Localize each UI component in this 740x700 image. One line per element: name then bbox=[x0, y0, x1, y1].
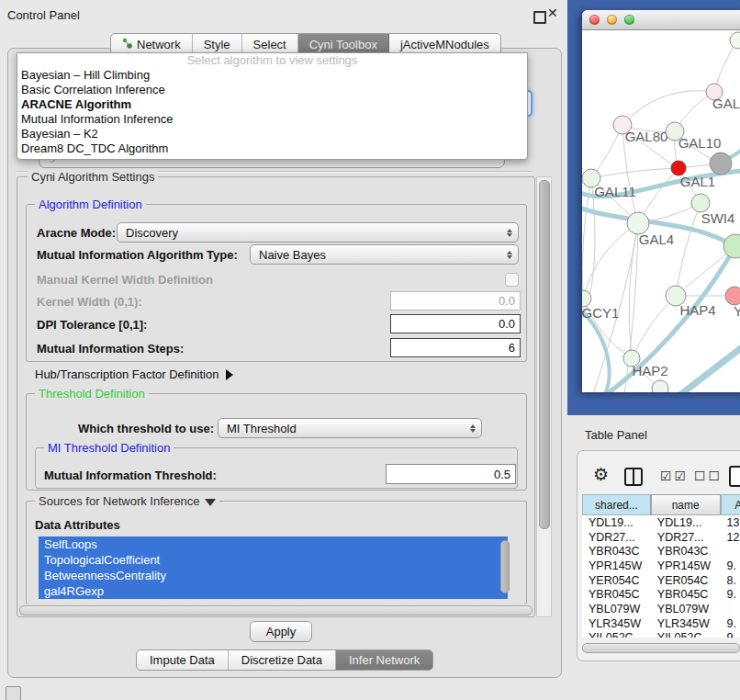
minimize-window-icon[interactable] bbox=[607, 15, 617, 25]
table-row[interactable]: YBR045CYBR045C9. bbox=[582, 587, 740, 602]
table-cell: YPR145W bbox=[651, 559, 721, 572]
panel-corner-icon[interactable] bbox=[6, 686, 21, 700]
data-attribute-item[interactable]: BetweennessCentrality bbox=[39, 568, 508, 583]
network-window-titlebar[interactable] bbox=[582, 10, 740, 30]
table-cell: 13 bbox=[721, 516, 740, 529]
data-attribute-item[interactable]: TopologicalCoefficient bbox=[39, 552, 508, 568]
network-node-label: GAL11 bbox=[594, 184, 636, 199]
mi-type-combobox[interactable]: Naive Bayes bbox=[250, 244, 519, 265]
hub-section-toggle[interactable]: Hub/Transcription Factor Definition bbox=[35, 367, 233, 381]
mi-threshold-field[interactable]: 0.5 bbox=[386, 464, 516, 484]
table-row[interactable]: YBR043CYBR043C bbox=[582, 544, 740, 559]
column-header[interactable]: A bbox=[721, 494, 740, 515]
table-row[interactable]: YBL079WYBL079W bbox=[582, 602, 740, 616]
data-attribute-item[interactable]: SelfLoops bbox=[39, 536, 508, 552]
algorithm-option[interactable]: Mutual Information Inference bbox=[17, 112, 527, 127]
table-cell: YBR045C bbox=[651, 588, 721, 601]
network-edge[interactable] bbox=[676, 203, 701, 296]
data-attributes-label: Data Attributes bbox=[35, 518, 120, 532]
manual-kernel-checkbox[interactable] bbox=[505, 273, 519, 287]
table-row[interactable]: YER054CYER054C8. bbox=[582, 573, 740, 588]
threshold-definition-title: Threshold Definition bbox=[35, 388, 149, 400]
network-node-swi4[interactable] bbox=[691, 194, 710, 212]
which-threshold-combobox[interactable]: MI Threshold bbox=[218, 418, 482, 438]
network-window[interactable]: GALGAL80GAL10GAL1GAL11SWI4GAL4GCY1HAP4YH… bbox=[582, 10, 740, 392]
table-hscroll-thumb[interactable] bbox=[582, 643, 740, 653]
table-row[interactable]: YLR345WYLR345W9. bbox=[582, 616, 740, 631]
stepper-icon bbox=[507, 229, 512, 237]
network-edge[interactable] bbox=[629, 223, 638, 358]
which-threshold-label: Which threshold to use: bbox=[78, 422, 214, 435]
network-node-bot[interactable] bbox=[652, 380, 668, 392]
mi-steps-field[interactable]: 6 bbox=[390, 338, 521, 357]
network-node-label: HAP4 bbox=[679, 302, 715, 318]
select-all-icon[interactable]: ☑☑ bbox=[660, 469, 689, 483]
collapse-down-icon bbox=[205, 499, 216, 506]
algorithm-option[interactable]: ARACNE Algorithm bbox=[17, 97, 527, 112]
attributes-scrollbar[interactable] bbox=[500, 540, 510, 593]
network-node-label: HAP2 bbox=[632, 363, 667, 378]
aracne-mode-value: Discovery bbox=[126, 226, 178, 240]
table-row[interactable]: YDL19...YDL19...13 bbox=[582, 515, 740, 530]
table-row[interactable]: YPR145WYPR145W9. bbox=[582, 559, 740, 573]
node-table[interactable]: shared...nameA YDL19...YDL19...13YDR27..… bbox=[582, 494, 740, 638]
network-thick-edge[interactable] bbox=[674, 339, 740, 392]
kernel-width-field[interactable]: 0.0 bbox=[390, 291, 521, 310]
algorithm-dropdown-popup: Select algorithm to view settings Bayesi… bbox=[17, 52, 528, 160]
algorithm-option[interactable]: Basic Correlation Inference bbox=[17, 83, 527, 97]
table-cell: 9. bbox=[721, 617, 740, 630]
column-header[interactable]: shared... bbox=[582, 494, 651, 515]
network-node-gray[interactable] bbox=[710, 152, 732, 175]
network-node-corner[interactable] bbox=[730, 32, 740, 49]
stepper-icon bbox=[470, 424, 476, 433]
network-edge[interactable] bbox=[632, 296, 676, 358]
table-cell: YDL19... bbox=[651, 516, 721, 529]
cyni-algorithm-settings-title: Cyni Algorithm Settings bbox=[28, 171, 158, 183]
table-cell: YIL052C bbox=[582, 631, 651, 638]
bottom-tabbar: Impute Data Discretize Data Infer Networ… bbox=[136, 649, 433, 671]
settings-hscroll-thumb[interactable] bbox=[19, 605, 533, 615]
close-panel-icon[interactable]: ✕ bbox=[547, 6, 558, 20]
kernel-width-label: Kernel Width (0,1): bbox=[37, 295, 142, 309]
columns-icon[interactable] bbox=[624, 468, 643, 486]
gear-icon[interactable]: ⚙ bbox=[593, 464, 609, 485]
table-cell: YLR345W bbox=[651, 617, 721, 630]
network-node-label: GAL bbox=[712, 96, 740, 111]
algorithm-option[interactable]: Dream8 DC_TDC Algorithm bbox=[17, 141, 527, 156]
table-cell: 9. bbox=[721, 559, 740, 572]
table-cell: YDR27... bbox=[582, 531, 651, 544]
apply-button[interactable]: Apply bbox=[250, 621, 312, 642]
network-node-label: GAL1 bbox=[680, 174, 715, 189]
network-edge[interactable] bbox=[622, 91, 714, 125]
data-attributes-list[interactable]: SelfLoopsTopologicalCoefficientBetweenne… bbox=[39, 536, 508, 599]
network-canvas[interactable]: GALGAL80GAL10GAL1GAL11SWI4GAL4GCY1HAP4YH… bbox=[582, 30, 740, 392]
network-node-y[interactable] bbox=[725, 287, 740, 305]
table-cell: YBR045C bbox=[582, 588, 651, 601]
tab-infer-network[interactable]: Infer Network bbox=[336, 650, 432, 670]
tab-discretize-data[interactable]: Discretize Data bbox=[229, 650, 336, 670]
float-panel-icon[interactable] bbox=[533, 11, 546, 24]
algorithm-dropdown-placeholder: Select algorithm to view settings bbox=[17, 53, 527, 68]
table-cell: 9 bbox=[721, 631, 740, 638]
settings-vscroll-thumb[interactable] bbox=[539, 180, 550, 529]
manual-kernel-label: Manual Kernel Width Definition bbox=[37, 273, 213, 287]
network-edge[interactable] bbox=[591, 168, 678, 178]
table-cell: YER054C bbox=[582, 574, 651, 587]
zoom-window-icon[interactable] bbox=[624, 15, 634, 25]
algorithm-option[interactable]: Bayesian – K2 bbox=[17, 127, 527, 141]
table-row[interactable]: YIL052CYIL052C9 bbox=[582, 631, 740, 638]
table-row[interactable]: YDR27...YDR27...12 bbox=[582, 530, 740, 545]
algorithm-option[interactable]: Bayesian – Hill Climbing bbox=[17, 68, 527, 83]
data-attribute-item[interactable]: gal4RGexp bbox=[39, 583, 508, 599]
table-cell: YDL19... bbox=[582, 516, 651, 529]
column-header[interactable]: name bbox=[651, 494, 721, 515]
aracne-mode-combobox[interactable]: Discovery bbox=[117, 222, 519, 243]
table-cell: YBR043C bbox=[651, 545, 721, 558]
table-rows: YDL19...YDL19...13YDR27...YDR27...12YBR0… bbox=[582, 515, 740, 638]
function-icon[interactable] bbox=[729, 466, 740, 487]
tab-impute-data[interactable]: Impute Data bbox=[137, 650, 229, 670]
sources-group-title[interactable]: Sources for Network Inference bbox=[35, 495, 219, 507]
dpi-tolerance-field[interactable]: 0.0 bbox=[390, 314, 521, 333]
deselect-all-icon[interactable]: ☐☐ bbox=[694, 469, 723, 483]
close-window-icon[interactable] bbox=[589, 15, 600, 25]
